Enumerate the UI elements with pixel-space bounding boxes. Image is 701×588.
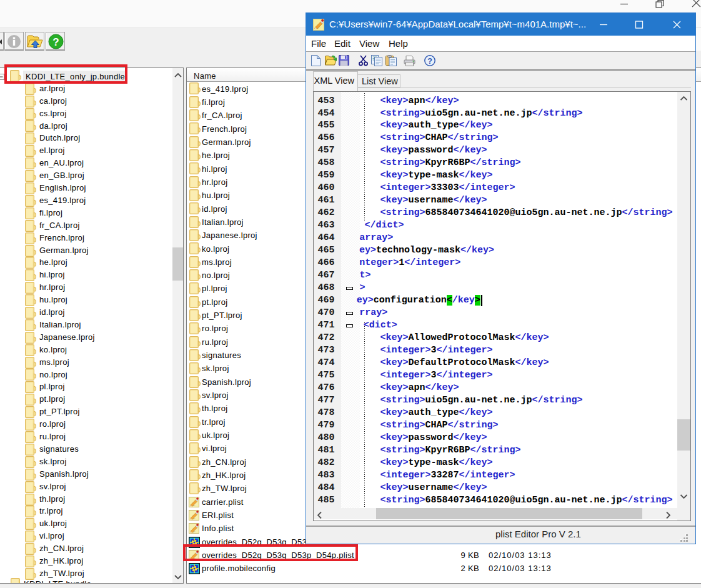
svg-text:?: ? — [427, 57, 432, 66]
svg-text:?: ? — [52, 36, 59, 48]
